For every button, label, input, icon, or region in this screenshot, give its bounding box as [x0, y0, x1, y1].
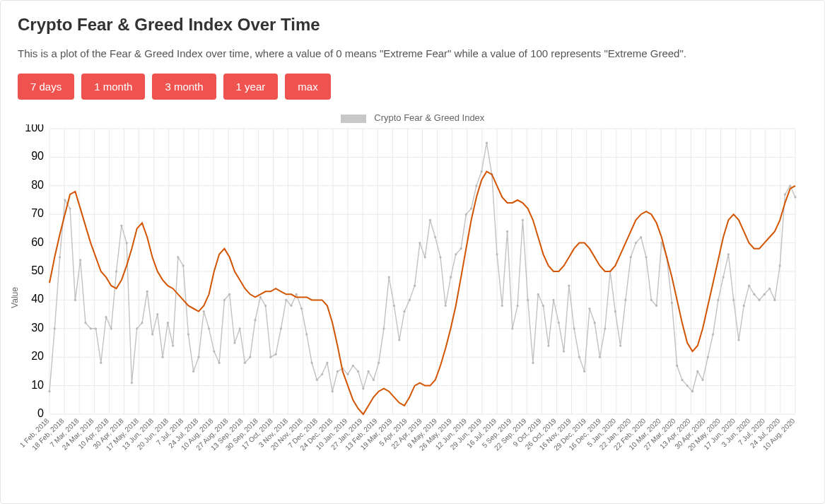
svg-point-114 [259, 296, 262, 298]
range-max-button[interactable]: max [285, 74, 330, 100]
svg-point-196 [681, 379, 683, 381]
svg-point-216 [784, 193, 786, 195]
svg-text:60: 60 [31, 236, 44, 248]
svg-point-113 [254, 319, 256, 321]
svg-point-98 [177, 256, 179, 258]
svg-point-177 [583, 370, 585, 373]
range-1month-button[interactable]: 1 month [81, 74, 145, 100]
svg-point-92 [146, 291, 148, 293]
svg-point-215 [779, 264, 781, 266]
svg-point-131 [346, 373, 349, 375]
svg-point-183 [614, 310, 616, 312]
svg-text:10: 10 [31, 379, 44, 391]
svg-point-150 [445, 305, 447, 307]
svg-point-105 [213, 351, 215, 353]
svg-point-127 [326, 362, 328, 364]
svg-point-102 [197, 356, 199, 358]
svg-point-126 [321, 373, 323, 375]
range-1year-button[interactable]: 1 year [223, 74, 279, 100]
svg-point-121 [296, 293, 298, 295]
svg-point-111 [244, 362, 246, 364]
svg-point-134 [362, 387, 364, 389]
svg-point-77 [69, 208, 71, 210]
y-axis-label: Value [10, 287, 20, 308]
svg-point-104 [208, 327, 210, 329]
svg-point-107 [223, 299, 226, 301]
svg-point-145 [419, 242, 421, 244]
svg-point-160 [496, 253, 498, 255]
svg-point-171 [552, 299, 554, 301]
svg-point-151 [450, 276, 452, 278]
svg-point-109 [233, 341, 235, 344]
svg-point-195 [676, 365, 678, 367]
svg-point-210 [753, 293, 755, 295]
svg-point-81 [90, 327, 92, 329]
svg-point-86 [115, 270, 117, 272]
svg-point-208 [743, 305, 745, 307]
svg-point-176 [578, 356, 580, 358]
svg-point-217 [789, 184, 791, 187]
svg-point-172 [558, 322, 560, 324]
svg-point-204 [722, 276, 725, 278]
svg-point-205 [727, 253, 730, 255]
svg-point-146 [424, 256, 426, 258]
svg-point-156 [475, 184, 477, 187]
svg-point-165 [522, 219, 524, 221]
svg-point-163 [511, 327, 513, 329]
svg-point-168 [537, 293, 539, 295]
svg-point-157 [481, 170, 483, 172]
svg-point-96 [167, 322, 169, 324]
svg-point-206 [732, 299, 735, 301]
svg-point-78 [74, 299, 76, 301]
svg-point-149 [439, 256, 441, 258]
svg-point-174 [568, 285, 570, 287]
svg-point-175 [573, 327, 575, 329]
svg-point-120 [290, 305, 292, 307]
svg-point-169 [542, 305, 544, 307]
svg-point-73 [48, 390, 50, 392]
svg-point-90 [136, 327, 138, 329]
svg-point-100 [187, 333, 189, 335]
chart-area: Value 01020304050607080901001 Feb, 20181… [18, 124, 807, 471]
svg-text:0: 0 [37, 407, 44, 419]
svg-point-178 [588, 307, 590, 310]
svg-point-103 [203, 310, 205, 312]
range-7days-button[interactable]: 7 days [18, 74, 74, 100]
svg-point-115 [264, 305, 267, 307]
svg-point-154 [465, 213, 467, 216]
svg-text:40: 40 [31, 293, 44, 305]
svg-point-140 [393, 305, 395, 307]
svg-point-85 [110, 327, 112, 329]
svg-point-170 [547, 344, 549, 346]
svg-point-80 [84, 322, 86, 324]
svg-point-93 [151, 333, 153, 335]
svg-point-141 [398, 339, 400, 341]
svg-point-101 [192, 370, 194, 373]
svg-point-180 [599, 356, 601, 358]
svg-text:30: 30 [31, 322, 44, 334]
svg-point-190 [650, 299, 653, 301]
svg-point-118 [280, 327, 282, 329]
svg-point-139 [388, 276, 390, 278]
svg-point-89 [131, 382, 133, 384]
svg-point-75 [59, 256, 61, 258]
svg-point-167 [532, 362, 534, 364]
svg-point-143 [409, 299, 411, 301]
svg-point-199 [696, 370, 698, 373]
svg-point-123 [305, 333, 308, 335]
svg-point-211 [758, 299, 760, 301]
svg-point-179 [594, 322, 596, 324]
svg-point-202 [712, 333, 714, 335]
svg-point-125 [316, 379, 318, 381]
svg-text:20: 20 [31, 350, 44, 362]
svg-point-173 [563, 351, 565, 353]
svg-point-87 [120, 225, 122, 227]
svg-point-191 [655, 305, 657, 307]
svg-point-155 [470, 208, 472, 210]
range-3month-button[interactable]: 3 month [152, 74, 216, 100]
svg-text:90: 90 [31, 150, 44, 162]
svg-point-99 [182, 264, 185, 266]
svg-point-136 [373, 379, 375, 381]
svg-point-76 [64, 199, 66, 201]
svg-point-83 [100, 362, 102, 364]
